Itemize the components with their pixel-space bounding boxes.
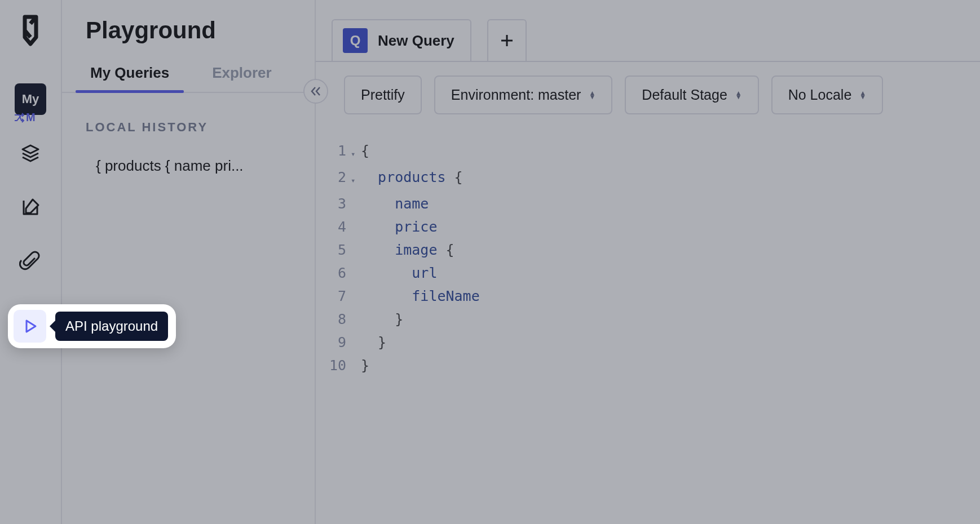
collapse-sidebar-button[interactable] xyxy=(303,79,328,104)
new-tab-button[interactable] xyxy=(487,19,527,61)
locale-dropdown[interactable]: No Locale▲▼ xyxy=(771,76,883,114)
code-line: 5 image { xyxy=(327,238,980,261)
code-editor[interactable]: 1▾{2▾ products {3 name4 price5 image {6 … xyxy=(316,128,980,377)
sidebar-panel: Playground My Queries Explorer LOCAL HIS… xyxy=(62,0,316,524)
chevron-double-left-icon xyxy=(310,85,322,97)
sidebar-tabs: My Queries Explorer xyxy=(62,60,315,93)
play-icon xyxy=(22,318,38,334)
tooltip: API playground xyxy=(55,312,168,341)
sidebar-item-my[interactable]: My M xyxy=(15,83,46,115)
code-line: 9 } xyxy=(327,331,980,354)
sort-icon: ▲▼ xyxy=(589,91,595,99)
sort-icon: ▲▼ xyxy=(859,91,866,99)
edit-icon xyxy=(19,196,42,219)
editor-tabbar: Q New Query xyxy=(316,0,980,62)
editor-toolbar: Prettify Environment: master▲▼ Default S… xyxy=(316,62,980,128)
api-playground-button[interactable] xyxy=(14,310,46,343)
my-label: My xyxy=(22,92,39,106)
shuffle-icon: M xyxy=(14,111,36,124)
code-line: 3 name xyxy=(327,192,980,215)
query-badge: Q xyxy=(343,28,368,53)
code-line: 4 price xyxy=(327,215,980,238)
highlight-callout: API playground xyxy=(8,304,176,348)
prettify-button[interactable]: Prettify xyxy=(344,76,422,114)
main-panel: Q New Query Prettify Environment: master… xyxy=(316,0,980,524)
tab-my-queries[interactable]: My Queries xyxy=(86,60,174,92)
code-line: 6 url xyxy=(327,261,980,285)
local-history-label: LOCAL HISTORY xyxy=(62,93,315,152)
code-line: 10} xyxy=(327,354,980,377)
tab-explorer[interactable]: Explorer xyxy=(208,60,276,92)
code-line: 8 } xyxy=(327,308,980,331)
layers-icon xyxy=(19,142,42,165)
logo-icon xyxy=(17,14,44,50)
sidebar-item-edit[interactable] xyxy=(15,192,46,223)
environment-dropdown[interactable]: Environment: master▲▼ xyxy=(434,76,613,114)
plus-icon xyxy=(499,33,515,48)
tooltip-text: API playground xyxy=(65,318,158,334)
code-line: 7 fileName xyxy=(327,285,980,308)
sidebar-item-layers[interactable] xyxy=(15,137,46,169)
sidebar-item-attachment[interactable] xyxy=(15,246,46,277)
sort-icon: ▲▼ xyxy=(735,91,742,99)
editor-tab-label: New Query xyxy=(378,32,454,50)
editor-tab-active[interactable]: Q New Query xyxy=(332,19,471,61)
code-line: 2▾ products { xyxy=(327,166,980,192)
paperclip-icon xyxy=(19,250,42,273)
stage-dropdown[interactable]: Default Stage▲▼ xyxy=(625,76,758,114)
history-item[interactable]: { products { name pri... xyxy=(62,152,315,180)
code-line: 1▾{ xyxy=(327,139,980,166)
page-title: Playground xyxy=(62,17,315,60)
nav-rail: My M xyxy=(0,0,62,524)
